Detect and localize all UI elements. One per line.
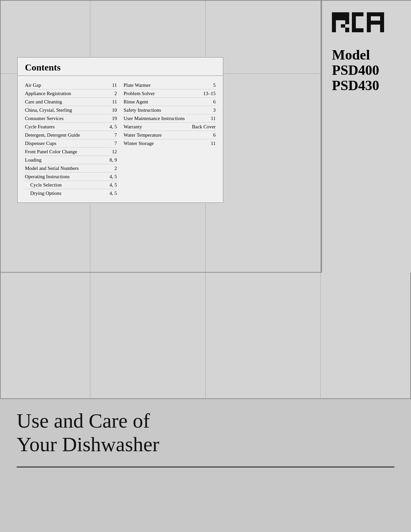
toc-right-entry-5: WarrantyBack Cover [124,123,216,131]
toc-left-entry-4: Consumer Services19 [25,114,117,123]
toc-entry-label: Cycle Selection [25,182,104,188]
toc-entry-label: Loading [25,157,104,163]
toc-entry-label: Water Temperature [124,132,202,138]
svg-rect-10 [352,12,356,32]
toc-entry-label: Safety Instructions [124,107,202,113]
toc-right-entry-3: Safety Instructions3 [124,106,216,114]
toc-right-entry-2: Rinse Agent6 [124,98,216,106]
toc-entry-label: Winter Storage [124,141,202,146]
rca-logo-svg [332,11,385,34]
toc-entry-page: 5 [202,82,216,88]
toc-entry-label: Model and Serial Numbers [25,166,104,171]
toc-left-entry-2: Care and Cleaning11 [25,98,117,106]
toc-entry-label: Appliance Registration [25,91,104,96]
toc-right-column: Plate Warmer5Problem Solver13–15Rinse Ag… [124,81,216,197]
toc-right-entry-6: Water Temperature6 [124,131,216,139]
content-area: Contents Air Gap11Appliance Registration… [0,0,321,273]
toc-left-column: Air Gap11Appliance Registration2Care and… [25,81,117,197]
toc-entry-page: 4, 5 [104,191,117,196]
model-info: Model PSD400 PSD430 [332,47,379,93]
bottom-cell-3 [206,273,321,398]
toc-left-entry-0: Air Gap11 [25,81,117,89]
toc-entry-page: 11 [104,82,117,88]
toc-entry-label: Dispenser Cups [25,141,104,146]
toc-left-entry-6: Detergent, Detergent Guide7 [25,131,117,139]
toc-entry-page: 13–15 [202,91,216,96]
right-sidebar: Model PSD400 PSD430 [321,0,411,273]
toc-entry-page: 4, 5 [104,124,117,130]
bottom-cell-2 [90,273,206,398]
main-title-line2: Your Dishwasher [17,433,159,456]
toc-entry-label: Cycle Features [25,124,104,130]
bottom-title-area: Use and Care of Your Dishwasher [0,399,411,463]
svg-rect-6 [341,24,345,28]
title-divider [17,466,394,467]
contents-header: Contents [18,58,223,76]
toc-left-entry-9: Loading8, 9 [25,156,117,164]
toc-entry-label: Air Gap [25,82,104,88]
toc-entry-page: 3 [202,107,216,113]
toc-entry-label: Operating Instructions [25,174,104,180]
toc-left-entry-10: Model and Serial Numbers2 [25,164,117,173]
svg-rect-2 [345,12,349,16]
toc-entry-page: 11 [104,99,117,105]
svg-rect-7 [345,28,349,32]
toc-entry-label: Care and Cleaning [25,99,104,105]
model-psd400: PSD400 [332,63,379,78]
toc-left-entry-11: Operating Instructions4, 5 [25,173,117,181]
toc-left-entry-7: Dispenser Cups7 [25,139,117,148]
toc-entry-page: 4, 5 [104,182,117,188]
toc-entry-page: 11 [202,116,216,121]
page-wrapper: Contents Air Gap11Appliance Registration… [0,0,411,532]
svg-rect-4 [336,16,345,20]
toc-left-entry-1: Appliance Registration2 [25,89,117,98]
toc-left-entry-12: Cycle Selection4, 5 [25,181,117,189]
toc-entry-label: Problem Solver [124,91,202,96]
bottom-grid [0,273,411,399]
toc-right-entry-1: Problem Solver13–15 [124,89,216,98]
toc-entry-page: 2 [104,91,117,96]
contents-title: Contents [25,62,60,72]
toc-right-entry-4: User Maintenance Instructions11 [124,114,216,123]
toc-entry-page: 6 [202,99,216,105]
toc-entry-page: 7 [104,132,117,138]
toc-entry-label: Plate Warmer [124,82,202,88]
toc-entry-page: 6 [202,132,216,138]
toc-entry-label: Front Panel Color Change [25,149,104,155]
toc-left-entry-5: Cycle Features4, 5 [25,123,117,131]
toc-entry-page: 12 [104,149,117,155]
rca-logo [332,11,385,34]
top-section: Contents Air Gap11Appliance Registration… [0,0,411,273]
main-title: Use and Care of Your Dishwasher [17,409,394,457]
toc-entry-page: 2 [104,166,117,171]
model-label: Model [332,47,379,63]
svg-rect-14 [367,21,384,25]
toc-entry-page: 7 [104,141,117,146]
main-title-line1: Use and Care of [17,409,150,432]
toc-entry-page: Back Cover [192,124,216,130]
toc-entry-label: Warranty [124,124,192,130]
toc-entry-page: 11 [202,141,216,146]
toc-entry-label: Rinse Agent [124,99,202,105]
toc-entry-page: 4, 5 [104,174,117,180]
toc-right-entry-0: Plate Warmer5 [124,81,216,89]
contents-body: Air Gap11Appliance Registration2Care and… [18,76,223,202]
svg-rect-3 [345,16,349,20]
toc-entry-page: 19 [104,116,117,121]
toc-entry-label: China, Crystal, Sterling [25,107,104,113]
toc-entry-label: Detergent, Detergent Guide [25,132,104,138]
contents-box: Contents Air Gap11Appliance Registration… [17,57,223,203]
toc-right-entry-7: Winter Storage11 [124,139,216,147]
toc-entry-label: User Maintenance Instructions [124,116,202,121]
toc-entry-label: Drying Options [25,191,104,196]
bottom-cell-4 [321,273,410,398]
svg-rect-5 [345,20,349,24]
toc-left-entry-3: China, Crystal, Sterling10 [25,106,117,114]
toc-entry-page: 10 [104,107,117,113]
svg-rect-0 [332,12,336,32]
toc-left-entry-13: Drying Options4, 5 [25,189,117,197]
toc-entry-page: 8, 9 [104,157,117,163]
bottom-cell-1 [1,273,90,398]
toc-entry-label: Consumer Services [25,116,104,121]
toc-left-entry-8: Front Panel Color Change12 [25,148,117,156]
